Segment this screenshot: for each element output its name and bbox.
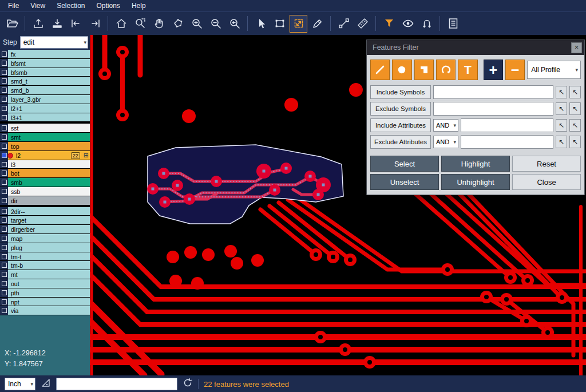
- pick-exclude-attributes-icon[interactable]: ↖: [556, 136, 567, 148]
- open-folder-icon[interactable]: [3, 15, 21, 33]
- layer-row-dirgerber[interactable]: dirgerber: [0, 225, 90, 234]
- pick-exclude-symbols-alt-icon[interactable]: ↖: [569, 102, 581, 115]
- report-list-icon[interactable]: [444, 15, 462, 33]
- layer-row-l2[interactable]: l222⊞: [0, 151, 90, 160]
- step-select[interactable]: edit ▾: [20, 36, 88, 49]
- layer-visibility-checkbox[interactable]: [0, 151, 8, 160]
- units-select[interactable]: Inch ▾: [5, 378, 35, 390]
- unhighlight-button[interactable]: Unhighlight: [441, 174, 510, 190]
- include-symbols-input[interactable]: [433, 85, 553, 99]
- menu-help[interactable]: Help: [126, 1, 152, 11]
- dialog-close-icon[interactable]: ×: [571, 42, 582, 53]
- filter-surface-button[interactable]: [414, 60, 434, 80]
- layer-row-top[interactable]: top: [0, 142, 90, 151]
- pick-include-attributes-alt-icon[interactable]: ↖: [569, 119, 581, 132]
- layer-row-bfsmt[interactable]: bfsmt: [0, 59, 90, 68]
- layer-visibility-checkbox[interactable]: [0, 133, 8, 142]
- rect-select-icon[interactable]: [271, 15, 288, 33]
- layer-visibility-checkbox[interactable]: [0, 298, 8, 307]
- layer-row-via[interactable]: via: [0, 306, 90, 315]
- pick-include-symbols-icon[interactable]: ↖: [556, 86, 567, 98]
- layer-visibility-checkbox[interactable]: [0, 160, 8, 169]
- select-button[interactable]: Select: [370, 156, 439, 172]
- pick-exclude-symbols-icon[interactable]: ↖: [556, 102, 567, 115]
- layer-row-smd_b[interactable]: smd_b: [0, 86, 90, 95]
- pick-include-symbols-alt-icon[interactable]: ↖: [569, 86, 581, 98]
- layer-row-layer_3.gbr[interactable]: layer_3.gbr: [0, 95, 90, 104]
- filter-text-button[interactable]: T: [458, 60, 477, 80]
- layer-visibility-checkbox[interactable]: [0, 196, 8, 205]
- layer-visibility-checkbox[interactable]: [0, 86, 8, 95]
- layer-visibility-checkbox[interactable]: [0, 252, 8, 262]
- remove-filter-button[interactable]: −: [505, 60, 525, 80]
- layer-row-target[interactable]: target: [0, 216, 90, 225]
- import-left-icon[interactable]: [67, 15, 85, 33]
- layer-row-2dir--[interactable]: 2dir--: [0, 207, 90, 216]
- layer-row-dir[interactable]: dir: [0, 196, 90, 205]
- menu-options[interactable]: Options: [91, 1, 126, 11]
- layer-row-plug[interactable]: plug: [0, 243, 90, 252]
- layer-visibility-checkbox[interactable]: [0, 234, 8, 243]
- net-query-icon[interactable]: [418, 15, 435, 33]
- layer-row-pth[interactable]: pth: [0, 288, 90, 298]
- layer-visibility-checkbox[interactable]: [0, 207, 8, 216]
- clear-brush-icon[interactable]: [308, 15, 326, 33]
- exclude-symbols-button[interactable]: Exclude Symbols: [370, 102, 431, 116]
- layer-visibility-checkbox[interactable]: [0, 50, 8, 59]
- layer-visibility-checkbox[interactable]: [0, 59, 8, 68]
- layer-row-sst[interactable]: sst: [0, 124, 90, 133]
- pick-exclude-attributes-alt-icon[interactable]: ↖: [569, 136, 581, 148]
- layer-visibility-checkbox[interactable]: [0, 178, 8, 187]
- dialog-titlebar[interactable]: Features Filter ×: [367, 40, 584, 55]
- layer-visibility-checkbox[interactable]: [0, 142, 8, 151]
- menu-file[interactable]: File: [2, 1, 25, 11]
- layer-visibility-checkbox[interactable]: [0, 104, 8, 113]
- layer-row-tm-b[interactable]: tm-b: [0, 261, 90, 270]
- include-attributes-logic-select[interactable]: AND ▾: [433, 119, 458, 132]
- include-attributes-button[interactable]: Include Attributes: [370, 118, 431, 132]
- snap-angle-icon[interactable]: [41, 378, 51, 390]
- pointer-icon[interactable]: [252, 15, 270, 33]
- highlight-button[interactable]: Highlight: [441, 156, 510, 172]
- close-button[interactable]: Close: [512, 174, 581, 190]
- layer-row-map[interactable]: map: [0, 234, 90, 243]
- zoom-out-icon[interactable]: [207, 15, 224, 33]
- layer-visibility-checkbox[interactable]: [0, 124, 8, 133]
- layer-visibility-checkbox[interactable]: [0, 261, 8, 270]
- layer-row-out[interactable]: out: [0, 279, 90, 288]
- layer-visibility-checkbox[interactable]: [0, 68, 8, 77]
- refresh-icon[interactable]: [183, 378, 193, 390]
- layer-visibility-checkbox[interactable]: [0, 288, 8, 298]
- layer-row-l2+1[interactable]: l2+1: [0, 104, 90, 113]
- layer-visibility-checkbox[interactable]: [0, 279, 8, 288]
- view-eye-icon[interactable]: [399, 15, 417, 33]
- lasso-select-icon[interactable]: [169, 15, 187, 33]
- exclude-attributes-button[interactable]: Exclude Attributes: [370, 135, 431, 149]
- filter-pad-button[interactable]: [392, 60, 411, 80]
- layer-row-fx[interactable]: fx: [0, 50, 90, 59]
- exclude-symbols-input[interactable]: [433, 102, 553, 116]
- import-right-icon[interactable]: [86, 15, 104, 33]
- layer-visibility-checkbox[interactable]: [0, 225, 8, 234]
- layer-visibility-checkbox[interactable]: [0, 169, 8, 178]
- layer-visibility-checkbox[interactable]: [0, 216, 8, 225]
- layer-visibility-checkbox[interactable]: [0, 113, 8, 122]
- layer-row-bot[interactable]: bot: [0, 169, 90, 178]
- measure-ruler-icon[interactable]: [354, 15, 371, 33]
- layer-row-smd_t[interactable]: smd_t: [0, 77, 90, 86]
- layer-row-npt[interactable]: npt: [0, 298, 90, 307]
- export-up-icon[interactable]: [29, 15, 47, 33]
- grid-icon[interactable]: ⊞: [84, 152, 89, 159]
- layer-row-smb[interactable]: smb: [0, 178, 90, 187]
- filter-arc-button[interactable]: [436, 60, 456, 80]
- layer-row-ssb[interactable]: ssb: [0, 187, 90, 196]
- include-attributes-input[interactable]: [461, 118, 553, 132]
- exclude-attributes-input[interactable]: [461, 135, 553, 149]
- pan-hand-icon[interactable]: [150, 15, 168, 33]
- unselect-button[interactable]: Unselect: [370, 174, 439, 190]
- select-features-icon[interactable]: [290, 15, 307, 33]
- layer-visibility-checkbox[interactable]: [0, 306, 8, 315]
- layer-visibility-checkbox[interactable]: [0, 187, 8, 196]
- features-filter-icon[interactable]: [380, 15, 398, 33]
- layer-visibility-checkbox[interactable]: [0, 243, 8, 252]
